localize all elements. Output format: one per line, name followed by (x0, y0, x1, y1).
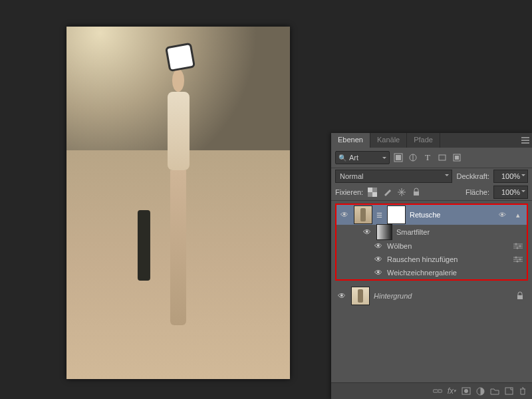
visibility-toggle-icon[interactable]: 👁 (374, 254, 383, 265)
svg-point-14 (519, 259, 521, 261)
new-layer-icon[interactable] (505, 387, 513, 395)
lock-position-icon[interactable] (396, 187, 407, 198)
lock-icon[interactable] (516, 291, 527, 301)
filter-row-woelben[interactable]: 👁 Wölben (336, 239, 527, 253)
tab-channels[interactable]: Kanäle (370, 133, 407, 148)
visibility-toggle-icon[interactable]: 👁 (374, 241, 383, 251)
svg-rect-8 (372, 192, 377, 197)
visibility-toggle-icon[interactable]: 👁 (339, 209, 350, 220)
layer-row-retusche[interactable]: 👁 ☰ Retusche 👁 ▴ (336, 205, 527, 225)
tab-layers[interactable]: Ebenen (331, 133, 370, 148)
lock-label: Fixieren: (335, 188, 363, 196)
filter-name: Rauschen hinzufügen (387, 255, 458, 263)
opacity-label: Deckkraft: (456, 172, 489, 180)
link-layers-icon[interactable] (433, 387, 442, 395)
svg-point-18 (464, 389, 468, 393)
svg-point-12 (517, 247, 519, 249)
lock-transparency-icon[interactable] (367, 187, 378, 198)
filter-kind-dropdown[interactable]: 🔍 Art (335, 151, 390, 164)
layer-name[interactable]: Retusche (410, 211, 492, 219)
highlight-frame: 👁 ☰ Retusche 👁 ▴ 👁 Smartfilter 👁 Wölben (335, 203, 528, 281)
collapse-toggle-icon[interactable]: ▴ (512, 209, 524, 221)
filter-options-icon[interactable] (513, 243, 527, 249)
chevron-down-icon (382, 157, 386, 161)
layer-row-background[interactable]: 👁 Hintergrund (334, 286, 529, 306)
svg-rect-5 (455, 156, 459, 160)
lock-pixels-icon[interactable] (382, 187, 392, 198)
filter-visibility-icon[interactable]: 👁 (496, 209, 508, 221)
lock-all-icon[interactable] (411, 187, 422, 198)
search-icon: 🔍 (338, 154, 346, 162)
smartfilter-row[interactable]: 👁 Smartfilter (362, 225, 527, 239)
smartfilter-label: Smartfilter (396, 228, 430, 236)
filter-row-rauschen[interactable]: 👁 Rauschen hinzufügen (336, 253, 527, 266)
filter-smart-icon[interactable] (451, 152, 463, 164)
new-group-icon[interactable] (490, 387, 499, 395)
svg-rect-7 (368, 188, 372, 192)
svg-rect-1 (396, 155, 401, 160)
filter-options-icon[interactable] (513, 256, 527, 263)
layer-mask-thumbnail[interactable] (387, 205, 406, 224)
filter-pixel-icon[interactable] (392, 152, 404, 164)
link-icon: ☰ (376, 211, 383, 219)
fill-label: Fläche: (466, 188, 489, 196)
panel-bottom-bar: fx▾ (331, 382, 532, 399)
visibility-toggle-icon[interactable]: 👁 (362, 227, 372, 237)
opacity-input[interactable]: 100% (493, 170, 528, 183)
filter-type-icon[interactable]: T (422, 152, 434, 164)
layer-style-icon[interactable]: fx▾ (448, 386, 456, 396)
svg-point-15 (517, 261, 519, 263)
filter-row-weichzeichner[interactable]: 👁 Weichzeichnergalerie (336, 266, 527, 279)
tab-paths[interactable]: Pfade (407, 133, 440, 148)
add-mask-icon[interactable] (462, 387, 471, 395)
layers-panel: Ebenen Kanäle Pfade 🔍 Art T Normal Deckk… (331, 133, 532, 399)
document-canvas[interactable] (66, 27, 290, 379)
svg-rect-20 (505, 388, 513, 394)
filter-name: Wölben (387, 242, 412, 250)
filter-adjust-icon[interactable] (407, 152, 419, 164)
visibility-toggle-icon[interactable]: 👁 (374, 267, 383, 278)
layer-name[interactable]: Hintergrund (374, 292, 512, 300)
filter-shape-icon[interactable] (436, 152, 448, 164)
filter-name: Weichzeichnergalerie (387, 269, 457, 277)
fill-input[interactable]: 100% (493, 186, 528, 199)
visibility-toggle-icon[interactable]: 👁 (336, 291, 347, 301)
svg-point-10 (515, 243, 517, 245)
svg-rect-9 (414, 192, 419, 196)
svg-rect-16 (517, 295, 523, 299)
svg-point-13 (515, 257, 517, 259)
blend-mode-dropdown[interactable]: Normal (335, 170, 452, 183)
panel-menu-icon[interactable] (519, 133, 532, 148)
delete-layer-icon[interactable] (519, 387, 527, 396)
layer-thumbnail[interactable] (354, 205, 372, 224)
image-snorkel-mask (165, 42, 196, 71)
smartfilter-mask-thumbnail[interactable] (376, 224, 392, 240)
svg-rect-3 (439, 155, 446, 160)
filter-kind-label: Art (349, 154, 358, 162)
image-subject (147, 69, 209, 351)
svg-point-11 (519, 245, 521, 247)
new-adjustment-icon[interactable] (476, 387, 485, 396)
layer-thumbnail[interactable] (351, 287, 370, 305)
